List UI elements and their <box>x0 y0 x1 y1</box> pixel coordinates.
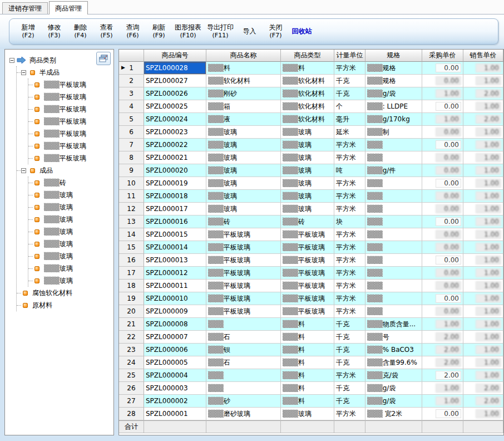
spec-cell[interactable]: ▒▒▒ <box>365 203 422 215</box>
sale-price-cell[interactable]: 1.00 <box>463 190 503 203</box>
table-row[interactable]: 8SPZL000021▒▒▒玻璃▒▒▒玻璃平方米▒▒▒0.001.00 <box>119 151 503 164</box>
product-code-cell[interactable]: SPZL000003 <box>144 382 206 395</box>
col-header-purchase-price[interactable]: 采购单价 <box>422 50 463 62</box>
product-type-cell[interactable]: ▒▒▒玻璃 <box>281 177 334 190</box>
col-header-sale-price[interactable]: 销售单价 <box>463 50 503 62</box>
product-name-cell[interactable]: ▒▒▒玻璃 <box>206 164 281 177</box>
product-name-cell[interactable]: ▒▒▒刚砂 <box>206 87 281 100</box>
row-indicator-cell[interactable]: 7 <box>119 139 144 151</box>
product-name-cell[interactable]: ▒▒▒软化材料 <box>206 75 281 87</box>
purchase-price-cell[interactable]: 0.00 <box>422 126 463 139</box>
sale-price-cell[interactable]: 1.00 <box>463 139 503 151</box>
table-row[interactable]: 3SPZL000026▒▒▒刚砂▒▒▒软化材料千克▒▒▒g/袋1.002.00 <box>119 87 503 100</box>
unit-cell[interactable]: 平方米 <box>334 254 365 267</box>
sale-price-cell[interactable]: 1.00 <box>463 62 503 75</box>
close-button[interactable]: 关闭(F7) <box>263 22 289 41</box>
row-indicator-cell[interactable]: 2 <box>119 75 144 87</box>
spec-cell[interactable]: ▒▒▒ <box>365 139 422 151</box>
purchase-price-cell[interactable]: 2.00 <box>422 356 463 369</box>
product-type-cell[interactable]: ▒▒▒平板玻璃 <box>281 228 334 241</box>
table-row[interactable]: 20SPZL000009▒▒▒平板玻璃▒▒▒平板玻璃平方米▒▒▒0.001.00 <box>119 305 503 318</box>
table-row[interactable]: 28SPZL000001▒▒▒磨砂玻璃▒▒▒玻璃平方米▒▒▒ 宽2米0.001.… <box>119 408 503 420</box>
product-name-cell[interactable]: ▒▒▒箱 <box>206 100 281 113</box>
purchase-price-cell[interactable]: 0.00 <box>422 100 463 113</box>
unit-cell[interactable]: 平方米 <box>334 62 365 75</box>
purchase-price-cell[interactable]: 0.00 <box>422 190 463 203</box>
table-row[interactable]: 9SPZL000020▒▒▒玻璃▒▒▒玻璃吨▒▒▒g/件0.001.00 <box>119 164 503 177</box>
product-type-cell[interactable]: ▒▒▒料 <box>281 62 334 75</box>
product-code-cell[interactable]: SPZL000028 <box>144 62 206 75</box>
sale-price-cell[interactable]: 1.00 <box>463 369 503 382</box>
unit-cell[interactable]: 平方米 <box>334 305 365 318</box>
product-name-cell[interactable]: ▒▒▒磨砂玻璃 <box>206 408 281 420</box>
table-row[interactable]: 12SPZL000017▒▒▒玻璃▒▒▒玻璃平方米▒▒▒0.001.00 <box>119 203 503 215</box>
product-code-cell[interactable]: SPZL000012 <box>144 267 206 280</box>
tree-item[interactable]: ▒▒▒平板玻璃 <box>28 91 113 103</box>
table-row[interactable]: 14SPZL000015▒▒▒平板玻璃▒▒▒平板玻璃平方米▒▒▒0.001.00 <box>119 228 503 241</box>
tree-item[interactable]: ▒▒▒玻璃 <box>28 250 113 262</box>
unit-cell[interactable]: 千克 <box>334 318 365 331</box>
product-type-cell[interactable]: ▒▒▒平板玻璃 <box>281 305 334 318</box>
spec-cell[interactable]: ▒▒▒ <box>365 280 422 292</box>
tree-branch-node[interactable]: 半成品 <box>17 66 113 79</box>
product-code-cell[interactable]: SPZL000002 <box>144 395 206 408</box>
tree-item[interactable]: ▒▒▒平板玻璃 <box>28 140 113 152</box>
unit-cell[interactable]: 千克 <box>334 87 365 100</box>
edit-button[interactable]: 修改(F3) <box>41 22 67 41</box>
panel-layout-button[interactable] <box>96 52 111 65</box>
product-code-cell[interactable]: SPZL000020 <box>144 164 206 177</box>
sale-price-cell[interactable]: 1.00 <box>463 292 503 305</box>
spec-cell[interactable]: ▒▒▒g/件 <box>365 164 422 177</box>
table-row[interactable]: ▶1SPZL000028▒▒▒料▒▒▒料平方米▒▒▒规格0.001.00 <box>119 62 503 75</box>
unit-cell[interactable]: 平方米 <box>334 177 365 190</box>
sale-price-cell[interactable]: 1.00 <box>463 408 503 420</box>
product-name-cell[interactable]: ▒▒▒平板玻璃 <box>206 241 281 254</box>
row-indicator-cell[interactable]: 4 <box>119 100 144 113</box>
sale-price-cell[interactable]: 1.00 <box>463 318 503 331</box>
table-row[interactable]: 2SPZL000027▒▒▒软化材料▒▒▒软化材料千克▒▒▒规格0.001.00 <box>119 75 503 87</box>
panel-splitter[interactable] <box>114 49 118 441</box>
product-name-cell[interactable]: ▒▒▒平板玻璃 <box>206 292 281 305</box>
product-name-cell[interactable]: ▒▒▒玻璃 <box>206 190 281 203</box>
tree-item[interactable]: ▒▒▒玻璃 <box>28 238 113 250</box>
refresh-button[interactable]: 刷新(F9) <box>146 22 172 41</box>
unit-cell[interactable]: 个 <box>334 100 365 113</box>
row-indicator-cell[interactable]: 10 <box>119 177 144 190</box>
unit-cell[interactable]: 平方米 <box>334 267 365 280</box>
product-type-cell[interactable]: ▒▒▒玻璃 <box>281 408 334 420</box>
row-indicator-cell[interactable]: 11 <box>119 190 144 203</box>
spec-cell[interactable]: ▒▒▒ <box>365 267 422 280</box>
product-code-cell[interactable]: SPZL000008 <box>144 318 206 331</box>
spec-cell[interactable]: ▒▒▒g/170kg <box>365 113 422 126</box>
product-name-cell[interactable]: ▒▒▒料 <box>206 62 281 75</box>
chart-report-button[interactable]: 图形报表(F10) <box>172 22 204 41</box>
product-name-cell[interactable]: ▒▒▒砖 <box>206 215 281 228</box>
table-row[interactable]: 16SPZL000013▒▒▒平板玻璃▒▒▒平板玻璃平方米▒▒▒0.001.00 <box>119 254 503 267</box>
purchase-price-cell[interactable]: 0.00 <box>422 62 463 75</box>
purchase-price-cell[interactable]: 1.00 <box>422 113 463 126</box>
tree-branch-node[interactable]: 腐蚀软化材料 <box>17 287 113 299</box>
row-indicator-cell[interactable]: ▶1 <box>119 62 144 75</box>
view-button[interactable]: 查看(F5) <box>93 22 120 41</box>
row-indicator-cell[interactable]: 15 <box>119 241 144 254</box>
table-row[interactable]: 10SPZL000019▒▒▒玻璃▒▒▒玻璃平方米▒▒▒0.001.00 <box>119 177 503 190</box>
row-indicator-cell[interactable]: 12 <box>119 203 144 215</box>
product-name-cell[interactable]: ▒▒▒ <box>206 369 281 382</box>
row-indicator-cell[interactable]: 22 <box>119 331 144 344</box>
unit-cell[interactable]: 块 <box>334 215 365 228</box>
sale-price-cell[interactable]: 2.00 <box>463 382 503 395</box>
purchase-price-cell[interactable]: 0.00 <box>422 408 463 420</box>
unit-cell[interactable]: 平方米 <box>334 139 365 151</box>
spec-cell[interactable]: ▒▒▒ <box>365 177 422 190</box>
sale-price-cell[interactable]: 1.00 <box>463 177 503 190</box>
sale-price-cell[interactable]: 1.00 <box>463 331 503 344</box>
product-type-cell[interactable]: ▒▒▒平板玻璃 <box>281 280 334 292</box>
product-type-cell[interactable]: ▒▒▒料 <box>281 382 334 395</box>
tree-item[interactable]: ▒▒▒玻璃 <box>28 189 113 201</box>
row-indicator-cell[interactable]: 8 <box>119 151 144 164</box>
product-name-cell[interactable]: ▒▒▒平板玻璃 <box>206 254 281 267</box>
purchase-price-cell[interactable]: 2.00 <box>422 369 463 382</box>
product-name-cell[interactable]: ▒▒▒ <box>206 382 281 395</box>
row-indicator-cell[interactable]: 14 <box>119 228 144 241</box>
unit-cell[interactable]: 延米 <box>334 126 365 139</box>
